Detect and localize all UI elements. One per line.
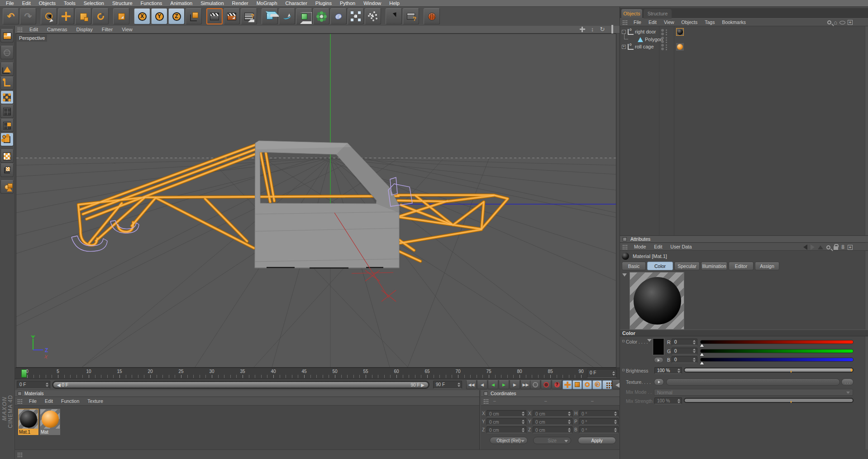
edge-mode-button[interactable]	[0, 105, 14, 118]
lock-icon[interactable]	[834, 246, 838, 250]
make-editable-button[interactable]	[0, 46, 14, 59]
online-help-button[interactable]	[424, 8, 440, 24]
eye-icon[interactable]	[839, 21, 845, 24]
mix-strength-field[interactable]: 100 %	[654, 397, 682, 404]
object-manager-menu-objects[interactable]: Objects	[678, 19, 701, 26]
rotate-button[interactable]	[92, 8, 109, 24]
materials-menu-texture[interactable]: Texture	[83, 398, 107, 405]
material-tag-black[interactable]	[676, 28, 684, 36]
channel-g-field[interactable]: 0	[672, 348, 697, 354]
add-deformer-button[interactable]	[330, 8, 347, 24]
materials-menu-function[interactable]: Function	[57, 398, 83, 405]
menu-python[interactable]: Python	[336, 0, 359, 7]
spinner-icon[interactable]	[521, 427, 525, 433]
add-icon[interactable]: +	[848, 20, 853, 25]
command-manager-button[interactable]	[403, 8, 419, 24]
play-forwards-button[interactable]: ▶	[499, 380, 509, 389]
coordinate-system-button[interactable]	[186, 8, 202, 24]
attributes-menu-user-data[interactable]: User Data	[666, 244, 696, 250]
viewport-label[interactable]: Perspective	[17, 34, 47, 42]
home-icon[interactable]: ⌂	[834, 19, 837, 25]
coordinates-title[interactable]: Coordinates	[481, 390, 620, 397]
viewport-menu-filter[interactable]: Filter	[97, 26, 117, 33]
key-rotation-toggle[interactable]	[582, 380, 592, 389]
key-pla-toggle[interactable]	[602, 380, 612, 389]
zoom-icon[interactable]: ↕	[589, 26, 596, 33]
coord-size-dropdown[interactable]: Size	[533, 437, 571, 444]
spinner-icon[interactable]	[521, 411, 525, 416]
menu-structure[interactable]: Structure	[108, 0, 137, 7]
visibility-dots-icon[interactable]	[661, 29, 664, 32]
viewport-3d-scene[interactable]: Z X Y	[16, 34, 616, 367]
undo-button[interactable]: ↶	[3, 8, 19, 24]
drag-grip-icon[interactable]	[17, 27, 23, 32]
layer-dots-icon[interactable]	[666, 37, 667, 38]
menu-tools[interactable]: Tools	[60, 0, 80, 7]
coord-mode-dropdown[interactable]: Object (Rel)	[490, 437, 528, 444]
slider-marker-icon[interactable]	[700, 362, 704, 364]
texture-axis-mode-button[interactable]	[0, 163, 14, 177]
tab-objects[interactable]: Objects	[621, 9, 642, 19]
current-frame-field[interactable]: 0 F	[587, 369, 617, 378]
spinner-icon[interactable]	[692, 348, 696, 354]
attributes-title[interactable]: Attributes	[620, 235, 868, 243]
materials-menu-edit[interactable]: Edit	[41, 398, 57, 405]
materials-title[interactable]: Materials	[15, 390, 479, 397]
redo-button[interactable]: ↷	[20, 8, 36, 24]
key-position-toggle[interactable]	[563, 380, 572, 389]
frame-range-slider[interactable]: ◀ 0 F 90 F ▶	[52, 381, 429, 389]
spinner-icon[interactable]	[677, 398, 681, 404]
channel-r-slider[interactable]	[700, 340, 854, 344]
live-selection-button[interactable]	[41, 8, 57, 24]
tree-item-polygon[interactable]: Polygon	[620, 36, 868, 43]
drag-grip-icon[interactable]	[17, 452, 23, 457]
scale-button[interactable]	[75, 8, 91, 24]
menu-mograph[interactable]: MoGraph	[253, 0, 281, 7]
texture-browse-button[interactable]: . . .	[841, 378, 854, 386]
object-manager-menu-edit[interactable]: Edit	[645, 19, 660, 26]
search-icon[interactable]	[826, 245, 830, 249]
spinner-icon[interactable]	[45, 381, 49, 388]
expand-texture-button[interactable]	[654, 378, 664, 386]
key-scale-toggle[interactable]	[572, 380, 582, 389]
rotation-h-field[interactable]: 0 °	[579, 410, 619, 417]
drag-grip-icon[interactable]	[622, 20, 628, 25]
menu-help[interactable]: Help	[385, 0, 404, 7]
texture-field[interactable]	[666, 378, 840, 386]
layer-dots-icon[interactable]	[666, 44, 667, 46]
add-spline-button[interactable]	[279, 8, 295, 24]
size-x-field[interactable]: 0 cm	[533, 410, 572, 417]
drag-grip-icon[interactable]	[17, 399, 23, 404]
color-section-header[interactable]: Color	[620, 330, 868, 336]
texture-mode-button[interactable]	[0, 149, 14, 163]
up-icon[interactable]	[818, 245, 823, 249]
expand-channel-button[interactable]	[654, 357, 663, 363]
object-manager-menu-bookmarks[interactable]: Bookmarks	[718, 19, 749, 26]
axis-x-toggle-button[interactable]: X	[134, 8, 150, 24]
end-frame-field[interactable]: 90 F	[433, 381, 462, 389]
material-preview[interactable]	[630, 272, 684, 330]
spinner-icon[interactable]	[521, 419, 525, 425]
tab-color[interactable]: Color	[647, 262, 673, 270]
add-environment-button[interactable]	[348, 8, 364, 24]
menu-character[interactable]: Character	[281, 0, 311, 7]
object-manager-menu-view[interactable]: View	[660, 19, 678, 26]
model-mode-button[interactable]	[0, 62, 14, 76]
visibility-dots-icon[interactable]	[661, 44, 664, 47]
expander-icon[interactable]: +	[622, 45, 626, 49]
menu-file[interactable]: File	[2, 0, 18, 7]
material-tag-orange[interactable]	[676, 43, 684, 51]
render-picture-viewer-button[interactable]	[224, 8, 240, 24]
channel-r-field[interactable]: 0	[672, 339, 697, 345]
channel-b-slider[interactable]	[700, 358, 854, 362]
key-parameter-toggle[interactable]: P	[592, 380, 602, 389]
object-manager-menu-file[interactable]: File	[630, 19, 645, 26]
material-tile-mat[interactable]: Mat	[40, 409, 60, 435]
record-help-button[interactable]: ?	[552, 380, 562, 389]
add-primitive-button[interactable]	[262, 8, 278, 24]
drag-grip-icon[interactable]	[622, 244, 628, 249]
mix-strength-slider[interactable]	[684, 398, 854, 403]
slider-marker-icon[interactable]	[700, 344, 704, 347]
add-nurbs-button[interactable]	[296, 8, 312, 24]
size-z-field[interactable]: 0 cm	[533, 426, 572, 433]
